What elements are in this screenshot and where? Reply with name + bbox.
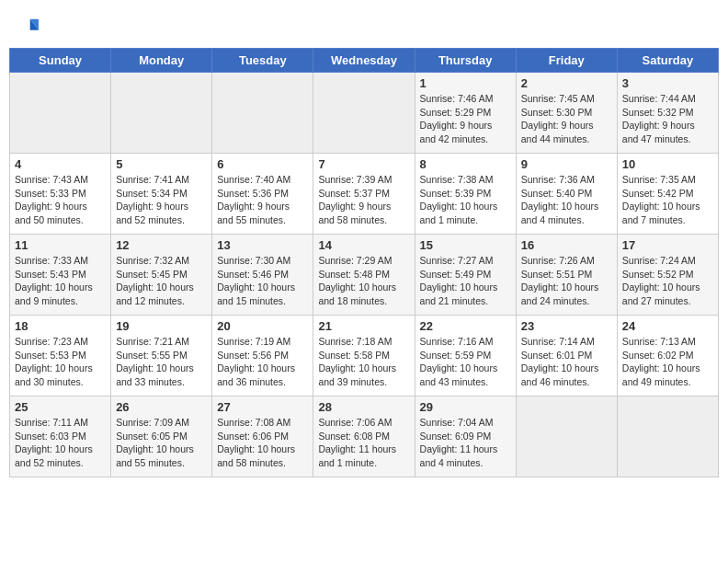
day-info: Sunrise: 7:14 AM Sunset: 6:01 PM Dayligh… <box>521 335 612 389</box>
day-number: 17 <box>622 238 713 252</box>
day-info: Sunrise: 7:43 AM Sunset: 5:33 PM Dayligh… <box>15 173 106 227</box>
day-number: 23 <box>521 319 612 333</box>
day-info: Sunrise: 7:38 AM Sunset: 5:39 PM Dayligh… <box>420 173 511 227</box>
calendar-cell <box>313 73 415 154</box>
day-info: Sunrise: 7:29 AM Sunset: 5:48 PM Dayligh… <box>318 254 409 308</box>
week-row: 4Sunrise: 7:43 AM Sunset: 5:33 PM Daylig… <box>10 154 719 235</box>
day-info: Sunrise: 7:04 AM Sunset: 6:09 PM Dayligh… <box>420 416 511 470</box>
logo-icon <box>13 15 39 40</box>
calendar-cell: 3Sunrise: 7:44 AM Sunset: 5:32 PM Daylig… <box>617 73 718 154</box>
day-number: 3 <box>622 76 713 90</box>
day-number: 28 <box>318 400 409 414</box>
day-number: 29 <box>420 400 511 414</box>
calendar-table: SundayMondayTuesdayWednesdayThursdayFrid… <box>9 48 719 477</box>
week-row: 11Sunrise: 7:33 AM Sunset: 5:43 PM Dayli… <box>10 235 719 316</box>
day-number: 27 <box>217 400 308 414</box>
calendar-cell: 11Sunrise: 7:33 AM Sunset: 5:43 PM Dayli… <box>10 235 111 316</box>
day-info: Sunrise: 7:36 AM Sunset: 5:40 PM Dayligh… <box>521 173 612 227</box>
calendar-cell: 9Sunrise: 7:36 AM Sunset: 5:40 PM Daylig… <box>516 154 617 235</box>
calendar-cell: 18Sunrise: 7:23 AM Sunset: 5:53 PM Dayli… <box>10 316 111 396</box>
day-info: Sunrise: 7:40 AM Sunset: 5:36 PM Dayligh… <box>217 173 308 227</box>
calendar-cell: 27Sunrise: 7:08 AM Sunset: 6:06 PM Dayli… <box>212 396 313 477</box>
calendar-cell <box>516 396 617 477</box>
day-info: Sunrise: 7:23 AM Sunset: 5:53 PM Dayligh… <box>15 335 106 389</box>
day-info: Sunrise: 7:46 AM Sunset: 5:29 PM Dayligh… <box>420 92 511 146</box>
day-number: 21 <box>318 319 409 333</box>
day-info: Sunrise: 7:35 AM Sunset: 5:42 PM Dayligh… <box>622 173 713 227</box>
calendar-cell: 10Sunrise: 7:35 AM Sunset: 5:42 PM Dayli… <box>617 154 718 235</box>
day-number: 13 <box>217 238 308 252</box>
day-number: 24 <box>622 319 713 333</box>
calendar-body: 1Sunrise: 7:46 AM Sunset: 5:29 PM Daylig… <box>10 73 719 477</box>
day-number: 20 <box>217 319 308 333</box>
day-number: 18 <box>15 319 106 333</box>
day-number: 25 <box>15 400 106 414</box>
day-info: Sunrise: 7:13 AM Sunset: 6:02 PM Dayligh… <box>622 335 713 389</box>
calendar-cell: 16Sunrise: 7:26 AM Sunset: 5:51 PM Dayli… <box>516 235 617 316</box>
day-number: 2 <box>521 76 612 90</box>
day-number: 14 <box>318 238 409 252</box>
day-number: 19 <box>116 319 207 333</box>
calendar-cell: 4Sunrise: 7:43 AM Sunset: 5:33 PM Daylig… <box>10 154 111 235</box>
calendar-cell: 23Sunrise: 7:14 AM Sunset: 6:01 PM Dayli… <box>516 316 617 396</box>
day-number: 16 <box>521 238 612 252</box>
calendar-cell <box>617 396 718 477</box>
calendar-header: SundayMondayTuesdayWednesdayThursdayFrid… <box>10 49 719 73</box>
weekday-header: Monday <box>111 49 212 73</box>
calendar-cell: 22Sunrise: 7:16 AM Sunset: 5:59 PM Dayli… <box>415 316 516 396</box>
weekday-header: Friday <box>516 49 617 73</box>
calendar-cell: 25Sunrise: 7:11 AM Sunset: 6:03 PM Dayli… <box>10 396 111 477</box>
calendar-cell: 7Sunrise: 7:39 AM Sunset: 5:37 PM Daylig… <box>313 154 415 235</box>
calendar-cell: 14Sunrise: 7:29 AM Sunset: 5:48 PM Dayli… <box>313 235 415 316</box>
day-info: Sunrise: 7:32 AM Sunset: 5:45 PM Dayligh… <box>116 254 207 308</box>
day-info: Sunrise: 7:11 AM Sunset: 6:03 PM Dayligh… <box>15 416 106 470</box>
day-number: 1 <box>420 76 511 90</box>
calendar-cell: 6Sunrise: 7:40 AM Sunset: 5:36 PM Daylig… <box>212 154 313 235</box>
week-row: 18Sunrise: 7:23 AM Sunset: 5:53 PM Dayli… <box>10 316 719 396</box>
day-number: 9 <box>521 157 612 171</box>
day-number: 10 <box>622 157 713 171</box>
weekday-header: Thursday <box>415 49 516 73</box>
calendar-cell: 12Sunrise: 7:32 AM Sunset: 5:45 PM Dayli… <box>111 235 212 316</box>
calendar-cell: 1Sunrise: 7:46 AM Sunset: 5:29 PM Daylig… <box>415 73 516 154</box>
day-info: Sunrise: 7:06 AM Sunset: 6:08 PM Dayligh… <box>318 416 409 470</box>
calendar-cell <box>212 73 313 154</box>
day-number: 7 <box>318 157 409 171</box>
weekday-header: Saturday <box>617 49 718 73</box>
day-info: Sunrise: 7:39 AM Sunset: 5:37 PM Dayligh… <box>318 173 409 227</box>
day-info: Sunrise: 7:21 AM Sunset: 5:55 PM Dayligh… <box>116 335 207 389</box>
day-info: Sunrise: 7:41 AM Sunset: 5:34 PM Dayligh… <box>116 173 207 227</box>
calendar-cell: 2Sunrise: 7:45 AM Sunset: 5:30 PM Daylig… <box>516 73 617 154</box>
page-header <box>9 9 719 40</box>
day-info: Sunrise: 7:09 AM Sunset: 6:05 PM Dayligh… <box>116 416 207 470</box>
calendar-cell: 19Sunrise: 7:21 AM Sunset: 5:55 PM Dayli… <box>111 316 212 396</box>
day-number: 8 <box>420 157 511 171</box>
day-number: 12 <box>116 238 207 252</box>
weekday-header: Sunday <box>10 49 111 73</box>
calendar-cell: 15Sunrise: 7:27 AM Sunset: 5:49 PM Dayli… <box>415 235 516 316</box>
calendar-cell: 20Sunrise: 7:19 AM Sunset: 5:56 PM Dayli… <box>212 316 313 396</box>
day-number: 22 <box>420 319 511 333</box>
day-number: 15 <box>420 238 511 252</box>
weekday-header: Tuesday <box>212 49 313 73</box>
day-info: Sunrise: 7:45 AM Sunset: 5:30 PM Dayligh… <box>521 92 612 146</box>
day-info: Sunrise: 7:24 AM Sunset: 5:52 PM Dayligh… <box>622 254 713 308</box>
header-row: SundayMondayTuesdayWednesdayThursdayFrid… <box>10 49 719 73</box>
week-row: 1Sunrise: 7:46 AM Sunset: 5:29 PM Daylig… <box>10 73 719 154</box>
weekday-header: Wednesday <box>313 49 415 73</box>
calendar-cell: 17Sunrise: 7:24 AM Sunset: 5:52 PM Dayli… <box>617 235 718 316</box>
day-number: 11 <box>15 238 106 252</box>
day-info: Sunrise: 7:30 AM Sunset: 5:46 PM Dayligh… <box>217 254 308 308</box>
day-info: Sunrise: 7:27 AM Sunset: 5:49 PM Dayligh… <box>420 254 511 308</box>
day-number: 26 <box>116 400 207 414</box>
calendar-cell: 24Sunrise: 7:13 AM Sunset: 6:02 PM Dayli… <box>617 316 718 396</box>
day-info: Sunrise: 7:33 AM Sunset: 5:43 PM Dayligh… <box>15 254 106 308</box>
day-info: Sunrise: 7:19 AM Sunset: 5:56 PM Dayligh… <box>217 335 308 389</box>
calendar-cell: 26Sunrise: 7:09 AM Sunset: 6:05 PM Dayli… <box>111 396 212 477</box>
calendar-cell: 28Sunrise: 7:06 AM Sunset: 6:08 PM Dayli… <box>313 396 415 477</box>
day-number: 4 <box>15 157 106 171</box>
day-info: Sunrise: 7:26 AM Sunset: 5:51 PM Dayligh… <box>521 254 612 308</box>
calendar-cell: 5Sunrise: 7:41 AM Sunset: 5:34 PM Daylig… <box>111 154 212 235</box>
day-info: Sunrise: 7:16 AM Sunset: 5:59 PM Dayligh… <box>420 335 511 389</box>
calendar-cell: 29Sunrise: 7:04 AM Sunset: 6:09 PM Dayli… <box>415 396 516 477</box>
